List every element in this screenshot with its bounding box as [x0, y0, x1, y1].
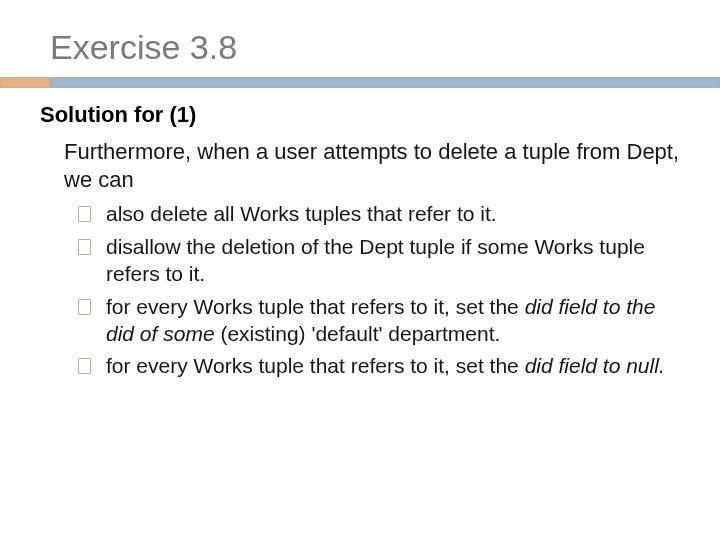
bullet-text: disallow the deletion of the Dept tuple … [106, 235, 645, 285]
subheading: Solution for (1) [40, 102, 680, 128]
accent-blue-block [50, 77, 720, 88]
bullet-prefix: for every Works tuple that refers to it,… [106, 354, 525, 377]
content-area: Solution for (1) Furthermore, when a use… [0, 102, 720, 380]
list-item: also delete all Works tuples that refer … [78, 201, 680, 228]
list-item: for every Works tuple that refers to it,… [78, 353, 680, 380]
accent-orange-block [0, 77, 50, 88]
bullet-prefix: for every Works tuple that refers to it,… [106, 295, 525, 318]
list-item: for every Works tuple that refers to it,… [78, 294, 680, 348]
slide-title: Exercise 3.8 [50, 28, 670, 67]
intro-text: Furthermore, when a user attempts to del… [40, 138, 680, 193]
title-area: Exercise 3.8 [0, 0, 720, 77]
bullet-suffix: (existing) 'default' department. [215, 322, 501, 345]
accent-bar [0, 77, 720, 88]
bullet-text: also delete all Works tuples that refer … [106, 202, 497, 225]
bullet-italic: did field to null. [525, 354, 665, 377]
list-item: disallow the deletion of the Dept tuple … [78, 234, 680, 288]
bullet-list: also delete all Works tuples that refer … [40, 201, 680, 380]
